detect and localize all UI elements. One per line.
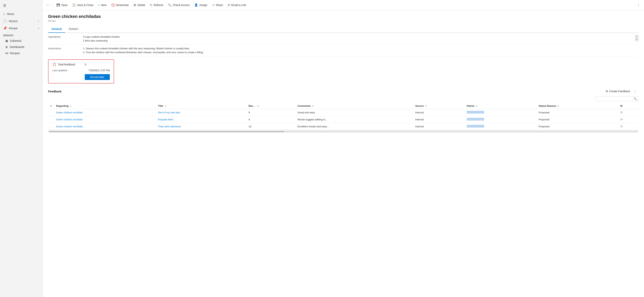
- subarea-icon: ▦: [6, 39, 8, 42]
- recipes-icon: 🍽: [6, 52, 8, 55]
- row-rating: 9: [246, 109, 296, 116]
- row-status-reason: Proposed: [537, 123, 618, 130]
- recalculate-button[interactable]: Recalculate: [85, 74, 110, 80]
- check-icon: ✓: [50, 104, 52, 107]
- col-m: M: [618, 103, 638, 109]
- sidebar-item-pinned[interactable]: 📌 Pinned ∨: [0, 25, 42, 32]
- feedback-card-header: 📋 Total feedback 3: [52, 63, 110, 66]
- search-icon[interactable]: 🔍: [634, 97, 637, 100]
- ingredients-value: 4 cups cooked shredded chicken2 tbsn tac…: [83, 35, 638, 43]
- sidebar: ☰ ⌂ Home 🕐 Recent ∨ 📌 Pinned ∨ Group1 ▦ …: [0, 0, 43, 297]
- owner-value: [467, 125, 484, 128]
- row-source: Internal: [413, 123, 465, 130]
- col-rating[interactable]: Rat... ↑ ∨: [246, 103, 296, 109]
- sidebar-item-dashboards[interactable]: ⊞ Dashboards: [0, 44, 42, 50]
- back-button[interactable]: ←: [45, 2, 51, 8]
- feedback-table: ✓ Regarding ∨ Title ∨ Rat... ↑ ∨: [48, 103, 638, 130]
- sidebar-item-home[interactable]: ⌂ Home: [0, 11, 42, 18]
- row-owner: [465, 116, 537, 123]
- page-title: Green chicken enchiladas: [48, 14, 638, 19]
- save-button[interactable]: 💾 Save: [54, 2, 70, 8]
- sort-icon: ∨: [425, 105, 426, 107]
- deactivate-icon: 🚫: [111, 3, 115, 7]
- last-updated-label: Last updated:: [52, 69, 68, 72]
- row-title: One of my new favs: [156, 109, 246, 116]
- scroll-down-button[interactable]: ▼: [635, 38, 638, 41]
- table-row: Green chicken enchilad They were delicio…: [48, 123, 638, 130]
- sidebar-item-recent[interactable]: 🕐 Recent ∨: [0, 18, 42, 25]
- tab-general[interactable]: General: [48, 26, 65, 33]
- sidebar-item-subarea1[interactable]: ▦ Subarea1: [0, 38, 42, 44]
- row-status-reason: Proposed: [537, 109, 618, 116]
- regarding-link[interactable]: Green chicken enchilad: [56, 111, 87, 114]
- chevron-down-icon: ∨: [38, 20, 40, 23]
- check-access-label: Check Access: [173, 4, 190, 7]
- new-button[interactable]: + New: [96, 2, 108, 8]
- share-button[interactable]: ↗ Share: [210, 2, 225, 8]
- sort-icon: ∨: [164, 105, 166, 107]
- instructions-value: 1. Season the cooked shredded chicken wi…: [83, 47, 638, 54]
- table-row: Green chicken enchilad One of my new fav…: [48, 109, 638, 116]
- col-source[interactable]: Source ∨: [413, 103, 465, 109]
- row-m: 7/: [618, 123, 638, 130]
- sidebar-item-recipes[interactable]: 🍽 Recipes: [0, 50, 42, 56]
- row-check[interactable]: [48, 116, 54, 123]
- save-label: Save: [61, 4, 68, 7]
- feedback-section-header: Feedback ⚙ Create Feedback ⋮: [48, 88, 638, 94]
- form-section: Ingredients 4 cups cooked shredded chick…: [48, 33, 638, 56]
- more-options-button[interactable]: ⋮: [635, 2, 642, 8]
- pin-icon: 📌: [3, 27, 7, 30]
- create-feedback-button[interactable]: ⚙ Create Feedback: [604, 89, 632, 94]
- scroll-up-button[interactable]: ▲: [635, 35, 638, 38]
- deactivate-label: Deactivate: [116, 4, 129, 7]
- row-title: Enjoyed them: [156, 116, 246, 123]
- col-status-reason[interactable]: Status Reason ∨: [537, 103, 618, 109]
- email-link-button[interactable]: ✉ Email a Link: [226, 2, 248, 8]
- row-comments: Excellent results and easy...: [296, 123, 413, 130]
- regarding-link[interactable]: Green chicken enchilad: [56, 125, 87, 128]
- toolbar-divider: [53, 3, 53, 7]
- feedback-more-options-button[interactable]: ⋮: [632, 88, 638, 94]
- sort-icon: ∨: [70, 105, 72, 107]
- delete-button[interactable]: 🗑 Delete: [132, 2, 147, 8]
- check-access-icon: 🔍: [168, 3, 172, 7]
- create-feedback-label: Create Feedback: [609, 90, 630, 93]
- deactivate-button[interactable]: 🚫 Deactivate: [109, 2, 131, 8]
- search-input[interactable]: [598, 97, 634, 100]
- content-area: Green chicken enchiladas Recipe General …: [43, 10, 644, 297]
- new-icon: +: [98, 3, 100, 7]
- tab-related[interactable]: Related: [65, 26, 82, 33]
- col-owner[interactable]: Owner ∨: [465, 103, 537, 109]
- title-link[interactable]: Enjoyed them: [158, 118, 189, 121]
- row-owner: [465, 109, 537, 116]
- feedback-last-updated-row: Last updated: 7/29/2021 3:37 PM: [52, 69, 110, 72]
- sidebar-recent-label: Recent: [9, 20, 18, 23]
- tabs-bar: General Related: [48, 26, 638, 33]
- save-icon: 💾: [56, 3, 60, 7]
- row-check[interactable]: [48, 109, 54, 116]
- assign-label: Assign: [199, 4, 207, 7]
- assign-button[interactable]: 👤 Assign: [192, 2, 209, 8]
- col-check[interactable]: ✓: [48, 103, 54, 109]
- sidebar-home-label: Home: [7, 13, 14, 16]
- refresh-button[interactable]: ↻ Refresh: [148, 2, 165, 8]
- row-regarding: Green chicken enchilad: [54, 116, 156, 123]
- horizontal-scrollbar[interactable]: [48, 130, 638, 133]
- search-input-wrap: 🔍: [596, 96, 638, 101]
- title-link[interactable]: One of my new favs: [158, 111, 189, 114]
- col-title[interactable]: Title ∨: [156, 103, 246, 109]
- new-label: New: [101, 4, 106, 7]
- col-regarding[interactable]: Regarding ∨: [54, 103, 156, 109]
- col-comments[interactable]: Comments ∨: [296, 103, 413, 109]
- row-comments: Would suggest adding m...: [296, 116, 413, 123]
- row-rating: 10: [246, 123, 296, 130]
- email-link-label: Email a Link: [232, 4, 246, 7]
- row-check[interactable]: [48, 123, 54, 130]
- ingredients-label: Ingredients: [48, 35, 83, 38]
- save-close-button[interactable]: 📋 Save & Close: [70, 2, 96, 8]
- title-link[interactable]: They were delicious!: [158, 125, 189, 128]
- regarding-link[interactable]: Green chicken enchilad: [56, 118, 87, 121]
- hamburger-icon[interactable]: ☰: [0, 2, 42, 11]
- feedback-section-title: Feedback: [48, 90, 604, 93]
- check-access-button[interactable]: 🔍 Check Access: [166, 2, 192, 8]
